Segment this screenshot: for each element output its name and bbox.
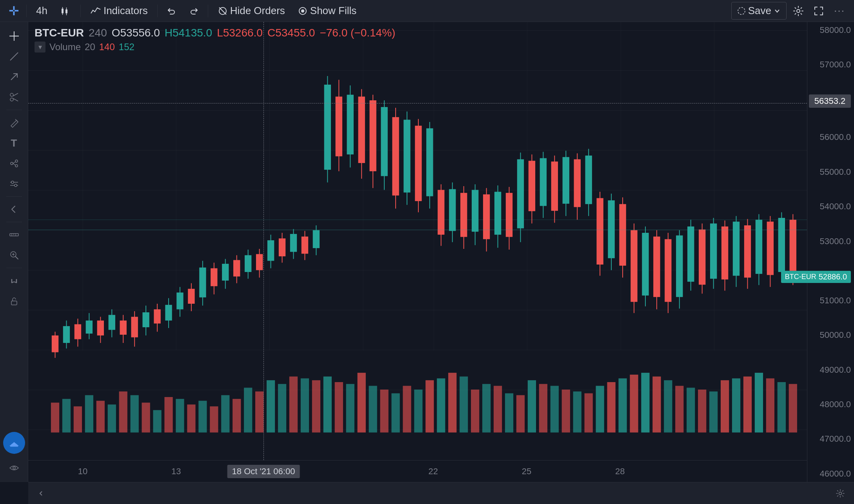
- hide-orders-icon: [218, 6, 228, 16]
- svg-rect-203: [472, 190, 478, 232]
- svg-point-28: [11, 181, 14, 183]
- svg-rect-121: [721, 380, 729, 432]
- more-button[interactable]: ⋯: [830, 2, 848, 20]
- svg-rect-153: [188, 289, 194, 304]
- line-tool-icon: [9, 51, 20, 62]
- settings-button[interactable]: [790, 3, 807, 19]
- timeframe-display: 240: [89, 27, 107, 39]
- zoom-tool[interactable]: [5, 246, 24, 265]
- left-toolbar: T: [0, 22, 28, 482]
- svg-rect-167: [267, 240, 274, 261]
- adjust-tool[interactable]: [5, 174, 24, 193]
- svg-rect-187: [381, 107, 387, 176]
- svg-rect-30: [10, 234, 18, 236]
- svg-rect-74: [187, 404, 195, 432]
- current-symbol: BTC-EUR: [785, 273, 816, 281]
- candlestick-icon: [60, 5, 71, 16]
- text-tool[interactable]: T: [5, 134, 24, 152]
- ohlc-high: H54135.0: [165, 27, 212, 39]
- svg-rect-193: [415, 126, 422, 201]
- show-fills-button[interactable]: Show Fills: [293, 2, 361, 19]
- eye-tool[interactable]: [5, 459, 24, 477]
- svg-rect-231: [631, 230, 637, 302]
- indicators-button[interactable]: Indicators: [85, 2, 153, 19]
- svg-rect-255: [767, 221, 774, 275]
- svg-line-15: [11, 74, 17, 80]
- node-tool[interactable]: [5, 154, 24, 173]
- svg-rect-209: [506, 193, 512, 237]
- magnet-tool-icon: [9, 275, 20, 286]
- back-tool[interactable]: [5, 200, 24, 219]
- ohlc-header: BTC-EUR 240 O53556.0 H54135.0 L53266.0 C…: [35, 27, 395, 53]
- svg-rect-103: [516, 395, 525, 432]
- line-tool[interactable]: [5, 47, 24, 66]
- pen-tool[interactable]: [5, 113, 24, 132]
- redo-button[interactable]: [184, 4, 203, 18]
- svg-rect-0: [62, 9, 64, 13]
- svg-rect-99: [471, 390, 479, 433]
- price-49000: 49000.0: [809, 365, 851, 375]
- price-46000: 46000.0: [809, 469, 851, 479]
- svg-rect-227: [608, 200, 614, 258]
- chart-canvas[interactable]: [28, 22, 807, 460]
- svg-rect-161: [233, 260, 240, 277]
- left-divider-4: [6, 268, 22, 268]
- chart-type-button[interactable]: [55, 3, 76, 19]
- svg-rect-92: [391, 393, 400, 433]
- svg-rect-237: [665, 239, 671, 302]
- fullscreen-button[interactable]: [810, 3, 827, 19]
- svg-rect-85: [312, 380, 320, 432]
- save-button[interactable]: Save: [731, 2, 787, 20]
- svg-rect-151: [176, 292, 183, 309]
- save-label: Save: [748, 5, 771, 17]
- price-53000: 53000.0: [809, 236, 851, 247]
- svg-rect-173: [302, 237, 308, 254]
- svg-rect-62: [51, 402, 59, 432]
- scissors-tool[interactable]: [5, 88, 24, 107]
- candlestick-chart: [28, 22, 807, 460]
- indicators-label: Indicators: [104, 5, 148, 17]
- hide-orders-button[interactable]: Hide Orders: [213, 2, 290, 19]
- left-divider-3: [6, 222, 22, 222]
- svg-rect-219: [563, 157, 569, 204]
- crosshair-tool[interactable]: [5, 27, 24, 45]
- avatar-button[interactable]: [3, 432, 25, 454]
- svg-rect-64: [74, 406, 82, 433]
- price-scale: 58000.0 57000.0 56353.2 56000.0 55000.0 …: [807, 22, 854, 482]
- arrow-tool[interactable]: [5, 67, 24, 86]
- ruler-tool[interactable]: [5, 225, 24, 244]
- svg-rect-149: [165, 305, 172, 321]
- svg-rect-197: [438, 190, 444, 235]
- collapse-panel-button[interactable]: [35, 488, 48, 499]
- svg-rect-207: [494, 192, 501, 235]
- magnet-tool[interactable]: [5, 271, 24, 290]
- price-47000: 47000.0: [809, 434, 851, 444]
- svg-point-260: [839, 492, 842, 495]
- svg-rect-249: [733, 221, 740, 276]
- hide-orders-label: Hide Orders: [230, 5, 285, 17]
- lock-open-tool-icon: [9, 296, 20, 306]
- svg-rect-84: [301, 378, 309, 432]
- svg-rect-100: [482, 384, 491, 433]
- timeframe-button[interactable]: 4h: [31, 2, 52, 19]
- time-label-10: 10: [78, 466, 87, 477]
- ohlc-close: C53455.0: [267, 27, 315, 39]
- volume-toggle[interactable]: ▾: [35, 42, 45, 53]
- svg-point-22: [15, 160, 18, 162]
- svg-rect-93: [403, 386, 411, 432]
- svg-rect-159: [222, 264, 229, 281]
- svg-rect-98: [460, 377, 468, 433]
- svg-rect-111: [607, 382, 615, 433]
- price-50000: 50000.0: [809, 330, 851, 340]
- lock-open-tool[interactable]: [5, 292, 24, 310]
- svg-rect-101: [494, 386, 502, 432]
- bottom-settings-button[interactable]: [833, 488, 848, 499]
- crosshair-plus-icon[interactable]: ✛: [6, 1, 22, 21]
- show-fills-icon: [298, 6, 308, 16]
- crosshair-price-label: 56353.2: [809, 94, 851, 108]
- svg-rect-185: [369, 100, 376, 171]
- pen-tool-icon: [9, 117, 20, 128]
- svg-rect-181: [347, 95, 354, 154]
- undo-button[interactable]: [162, 4, 181, 18]
- chart-area[interactable]: BTC-EUR 240 O53556.0 H54135.0 L53266.0 C…: [28, 22, 854, 482]
